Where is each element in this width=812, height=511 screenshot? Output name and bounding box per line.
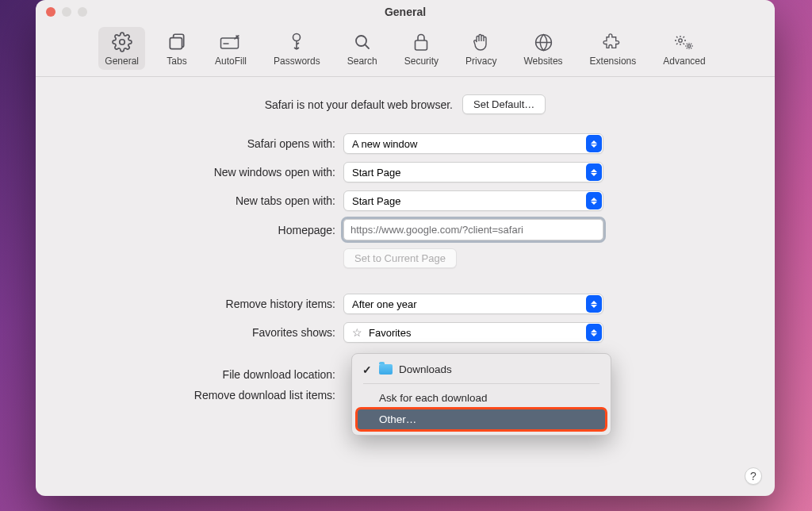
star-icon: ☆ — [352, 327, 362, 338]
tab-label: Extensions — [590, 56, 637, 67]
download-location-label: File download location: — [36, 368, 343, 381]
key-icon — [285, 32, 308, 52]
tab-general[interactable]: General — [98, 27, 145, 70]
menu-item-label: Downloads — [399, 363, 452, 375]
checkmark-icon: ✓ — [362, 363, 373, 376]
window-title: General — [36, 6, 775, 18]
remove-downloads-label: Remove download list items: — [36, 389, 343, 402]
new-tabs-label: New tabs open with: — [36, 194, 343, 207]
help-button[interactable]: ? — [745, 467, 762, 485]
new-windows-label: New windows open with: — [36, 166, 343, 179]
gears-icon — [673, 32, 695, 52]
homepage-label: Homepage: — [36, 224, 343, 236]
popup-arrows-icon — [586, 163, 602, 181]
tab-advanced[interactable]: Advanced — [657, 27, 711, 70]
set-current-page-button[interactable]: Set to Current Page — [343, 248, 457, 268]
new-windows-value: Start Page — [352, 167, 400, 179]
tab-label: Search — [347, 56, 377, 67]
popup-arrows-icon — [586, 324, 602, 341]
opens-with-popup[interactable]: A new window — [343, 133, 603, 154]
tab-search[interactable]: Search — [341, 27, 384, 70]
download-location-menu: ✓ Downloads Ask for each download Other… — [351, 353, 611, 436]
toolbar: General Tabs AutoFill Passwords Search — [36, 24, 775, 77]
search-icon — [351, 32, 373, 52]
tab-label: General — [105, 56, 139, 67]
menu-item-downloads[interactable]: ✓ Downloads — [357, 359, 606, 380]
tab-security[interactable]: Security — [398, 27, 445, 70]
homepage-field[interactable] — [343, 219, 603, 240]
gear-icon — [111, 32, 133, 52]
puzzle-icon — [602, 32, 624, 52]
menu-item-label: Ask for each download — [379, 392, 488, 404]
tab-label: Advanced — [663, 56, 705, 67]
tab-label: Privacy — [465, 56, 496, 67]
tab-extensions[interactable]: Extensions — [584, 27, 643, 70]
tabs-icon — [166, 32, 188, 52]
new-windows-popup[interactable]: Start Page — [343, 162, 603, 182]
new-tabs-popup[interactable]: Start Page — [343, 190, 603, 211]
tab-websites[interactable]: Websites — [517, 27, 569, 70]
menu-item-label: Other… — [379, 413, 416, 425]
hand-icon — [470, 32, 492, 52]
opens-with-value: A new window — [352, 138, 417, 150]
menu-separator — [363, 383, 599, 384]
tab-privacy[interactable]: Privacy — [459, 27, 503, 70]
default-browser-text: Safari is not your default web browser. — [265, 98, 453, 111]
folder-icon — [379, 364, 393, 375]
content-area: Safari is not your default web browser. … — [36, 77, 775, 496]
tab-label: AutoFill — [215, 56, 247, 67]
lock-icon — [410, 32, 432, 52]
tab-label: Security — [404, 56, 439, 67]
svg-point-0 — [119, 40, 124, 45]
new-tabs-value: Start Page — [352, 195, 400, 207]
favorites-label: Favorites shows: — [36, 326, 343, 339]
globe-icon — [532, 32, 554, 52]
tab-autofill[interactable]: AutoFill — [209, 27, 253, 70]
tab-label: Websites — [523, 56, 562, 67]
popup-arrows-icon — [586, 135, 602, 152]
popup-arrows-icon — [586, 192, 602, 209]
tab-label: Passwords — [274, 56, 320, 67]
remove-history-popup[interactable]: After one year — [343, 294, 603, 314]
svg-rect-1 — [170, 38, 182, 49]
svg-point-7 — [679, 39, 682, 42]
tab-passwords[interactable]: Passwords — [267, 27, 327, 70]
preferences-window: General General Tabs AutoFill Passwords — [36, 0, 775, 496]
remove-history-value: After one year — [352, 298, 417, 310]
set-default-button[interactable]: Set Default… — [462, 94, 546, 114]
svg-point-8 — [688, 44, 690, 47]
menu-item-other[interactable]: Other… — [357, 409, 606, 430]
svg-rect-5 — [416, 40, 427, 50]
opens-with-label: Safari opens with: — [36, 137, 343, 150]
default-browser-row: Safari is not your default web browser. … — [36, 94, 775, 114]
favorites-popup[interactable]: ☆ Favorites — [343, 322, 603, 343]
tab-label: Tabs — [167, 56, 186, 67]
popup-arrows-icon — [586, 295, 602, 313]
svg-point-3 — [293, 34, 301, 41]
favorites-value: Favorites — [369, 327, 411, 339]
menu-item-ask[interactable]: Ask for each download — [357, 387, 606, 409]
autofill-icon — [220, 32, 242, 52]
titlebar: General — [36, 0, 775, 24]
tab-tabs[interactable]: Tabs — [159, 27, 194, 70]
remove-history-label: Remove history items: — [36, 298, 343, 310]
